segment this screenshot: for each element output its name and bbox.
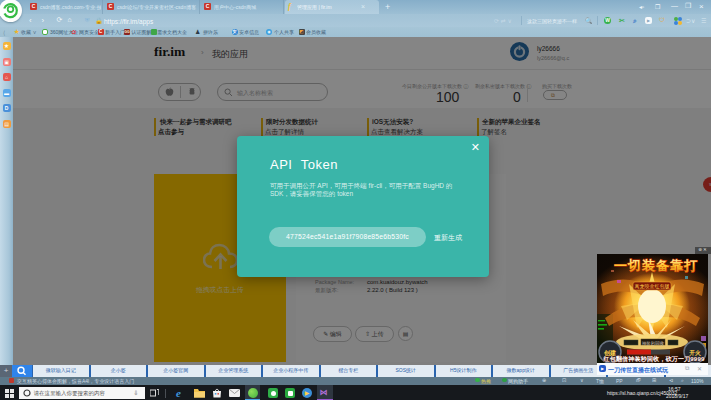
svg-text:开火: 开火 (689, 348, 701, 355)
svg-text:真龙咬金红包版: 真龙咬金红包版 (635, 283, 670, 290)
svg-text:神装秒回收: 神装秒回收 (642, 339, 665, 345)
svg-text:一切装备靠打: 一切装备靠打 (614, 258, 698, 273)
svg-text:红包翻倍神装秒回收，砍万一刀9999: 红包翻倍神装秒回收，砍万一刀9999 (603, 355, 705, 363)
